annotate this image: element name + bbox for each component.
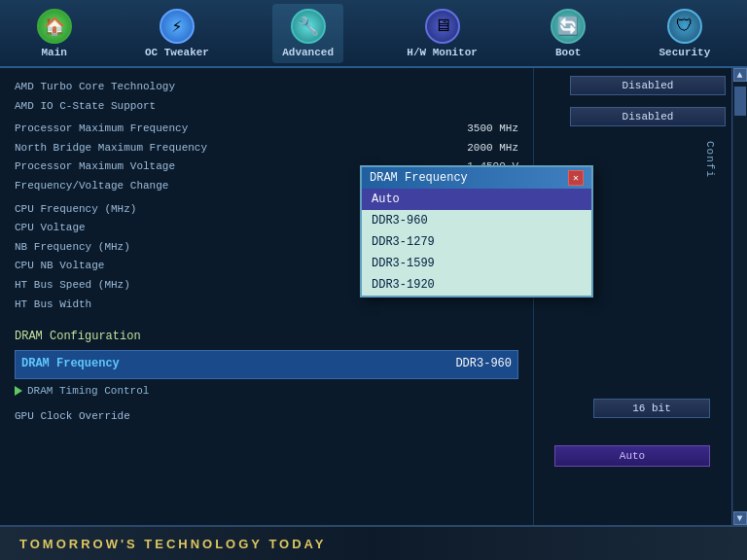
main-content: AMD Turbo Core Technology AMD IO C-State… [0, 68, 747, 525]
proc-max-volt-label: Processor Maximum Voltage [15, 158, 175, 176]
nav-item-oc-tweaker[interactable]: ⚡ OC Tweaker [135, 4, 219, 63]
nav-item-boot[interactable]: 🔄 Boot [541, 4, 595, 63]
scroll-thumb[interactable] [734, 87, 746, 116]
dram-dialog-titlebar: DRAM Frequency ✕ [362, 167, 591, 189]
nav-label-security: Security [659, 47, 711, 58]
dram-config-header: DRAM Configuration [15, 328, 518, 346]
top-navigation: 🏠 Main ⚡ OC Tweaker 🔧 Advanced 🖥 H/W Mon… [0, 0, 747, 68]
nav-item-hw-monitor[interactable]: 🖥 H/W Monitor [397, 4, 487, 63]
ht-bus-speed-label: HT Bus Speed (MHz) [15, 277, 130, 295]
scrollbar[interactable]: ▲ ▼ [731, 68, 747, 525]
freq-volt-change-label: Frequency/Voltage Change [15, 178, 168, 195]
dram-timing-row[interactable]: DRAM Timing Control [15, 381, 518, 402]
gpu-clock-label: GPU Clock Override [15, 408, 130, 426]
nb-max-freq-row: North Bridge Maximum Frequency 2000 MHz [15, 139, 518, 158]
disabled-btn-1[interactable]: Disabled [570, 76, 726, 95]
nav-label-oc-tweaker: OC Tweaker [145, 47, 209, 58]
dram-dialog-close-btn[interactable]: ✕ [568, 170, 584, 186]
nav-item-advanced[interactable]: 🔧 Advanced [272, 4, 343, 63]
bottom-banner: Tomorrow's Technology Today [0, 525, 747, 560]
dram-option-ddr3-1279[interactable]: DDR3-1279 [362, 231, 591, 253]
nav-label-main: Main [41, 47, 66, 58]
nav-item-security[interactable]: 🛡 Security [650, 4, 721, 63]
advanced-icon: 🔧 [291, 9, 326, 44]
nb-max-freq-value: 2000 MHz [467, 140, 518, 158]
dram-timing-label: DRAM Timing Control [27, 383, 149, 401]
turbo-core-row: AMD Turbo Core Technology [15, 78, 518, 97]
nav-item-main[interactable]: 🏠 Main [27, 4, 82, 63]
hw-monitor-icon: 🖥 [425, 9, 460, 44]
tagline: Tomorrow's Technology Today [19, 537, 326, 551]
nb-freq-label: NB Frequency (MHz) [15, 239, 130, 257]
turbo-core-label: AMD Turbo Core Technology [15, 79, 175, 96]
dram-frequency-row[interactable]: DRAM Frequency DDR3-960 [15, 350, 518, 378]
scroll-up-arrow[interactable]: ▲ [733, 68, 747, 82]
ht-bus-width-row: HT Bus Width [15, 296, 518, 315]
cpu-nb-volt-label: CPU NB Voltage [15, 258, 104, 275]
arrow-right-icon [15, 386, 22, 396]
scroll-down-arrow[interactable]: ▼ [733, 511, 747, 525]
boot-icon: 🔄 [551, 9, 586, 44]
nav-label-hw-monitor: H/W Monitor [407, 47, 478, 58]
ht-bus-width-label: HT Bus Width [15, 297, 91, 314]
scroll-track [733, 82, 747, 511]
dram-freq-value: DDR3-960 [455, 355, 512, 373]
proc-max-freq-row: Processor Maximum Frequency 3500 MHz [15, 120, 518, 139]
proc-max-freq-value: 3500 MHz [467, 121, 518, 138]
confi-label: Confi [704, 141, 716, 178]
dram-option-ddr3-1920[interactable]: DDR3-1920 [362, 274, 591, 296]
disabled-btn-2[interactable]: Disabled [570, 107, 726, 126]
dram-frequency-dialog: DRAM Frequency ✕ Auto DDR3-960 DDR3-1279… [360, 165, 593, 298]
auto-button[interactable]: Auto [554, 445, 710, 467]
cpu-freq-label: CPU Frequency (MHz) [15, 201, 136, 219]
dram-freq-label: DRAM Frequency [21, 355, 120, 373]
security-icon: 🛡 [667, 9, 702, 44]
dram-option-auto[interactable]: Auto [362, 189, 591, 210]
io-cstate-label: AMD IO C-State Support [15, 98, 156, 116]
gpu-clock-row: GPU Clock Override [15, 407, 518, 427]
nb-max-freq-label: North Bridge Maximum Frequency [15, 140, 207, 158]
dram-option-ddr3-960[interactable]: DDR3-960 [362, 210, 591, 231]
proc-max-freq-label: Processor Maximum Frequency [15, 121, 188, 138]
dram-dialog-title-text: DRAM Frequency [370, 171, 468, 185]
nav-label-advanced: Advanced [282, 47, 334, 58]
cpu-volt-label: CPU Voltage [15, 220, 86, 237]
oc-tweaker-icon: ⚡ [160, 9, 195, 44]
main-icon: 🏠 [37, 9, 72, 44]
io-cstate-row: AMD IO C-State Support [15, 97, 518, 117]
dram-option-ddr3-1599[interactable]: DDR3-1599 [362, 253, 591, 274]
nav-label-boot: Boot [555, 47, 581, 58]
